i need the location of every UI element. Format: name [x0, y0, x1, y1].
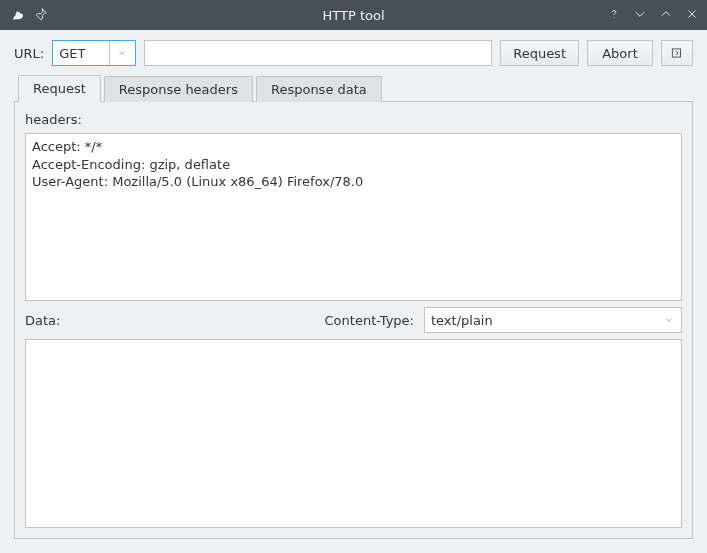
maximize-icon[interactable] [659, 7, 673, 24]
content-type-label: Content-Type: [325, 313, 414, 328]
data-textarea[interactable] [25, 339, 682, 528]
url-row: URL: Request Abort [14, 40, 693, 66]
close-icon[interactable] [685, 7, 699, 24]
data-label: Data: [25, 313, 60, 328]
url-input[interactable] [144, 40, 492, 66]
tab-response-data[interactable]: Response data [256, 76, 382, 102]
pin-icon[interactable] [34, 7, 48, 24]
tab-response-headers[interactable]: Response headers [104, 76, 253, 102]
svg-rect-4 [672, 49, 680, 57]
headers-textarea[interactable] [25, 133, 682, 301]
help-icon[interactable] [607, 7, 621, 24]
tab-request[interactable]: Request [18, 75, 101, 102]
chevron-down-icon[interactable] [109, 41, 133, 65]
url-label: URL: [14, 46, 44, 61]
svg-point-1 [614, 17, 615, 18]
run-icon-button[interactable] [661, 40, 693, 66]
titlebar: HTTP tool [0, 0, 707, 30]
abort-button[interactable]: Abort [587, 40, 653, 66]
svg-point-0 [18, 11, 20, 13]
app-icon [8, 5, 26, 26]
minimize-icon[interactable] [633, 7, 647, 24]
request-panel: headers: Data: Content-Type: [14, 101, 693, 539]
window-title: HTTP tool [118, 8, 589, 23]
request-button[interactable]: Request [500, 40, 579, 66]
tab-strip: Request Response headers Response data [14, 74, 693, 101]
chevron-down-icon[interactable] [657, 308, 681, 332]
method-combo[interactable] [52, 40, 136, 66]
content-type-combo[interactable] [424, 307, 682, 333]
content-type-input[interactable] [425, 308, 657, 332]
headers-label: headers: [25, 112, 682, 127]
method-input[interactable] [53, 41, 109, 65]
